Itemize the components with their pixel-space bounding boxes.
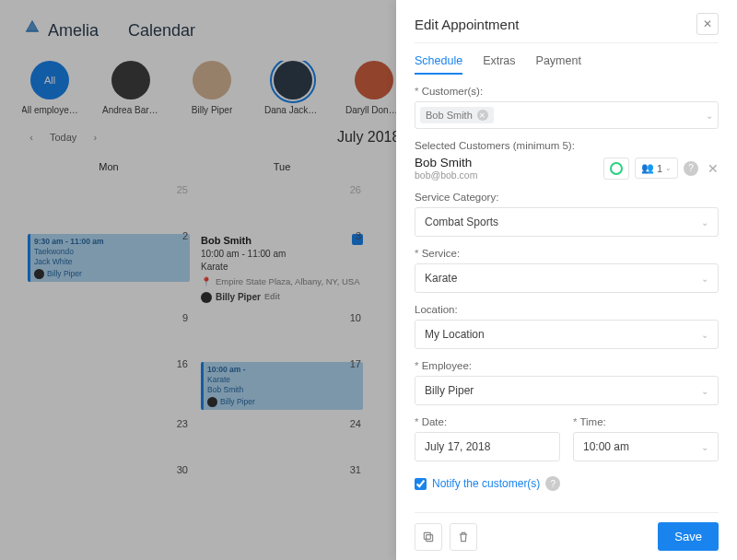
- calendar-cell[interactable]: 25: [22, 180, 195, 226]
- amelia-logo-icon: [22, 18, 42, 42]
- svg-marker-1: [28, 22, 38, 30]
- panel-tabs: ScheduleExtrasPayment: [415, 54, 719, 75]
- notify-checkbox[interactable]: [415, 478, 427, 490]
- chevron-down-icon: ⌄: [701, 386, 708, 396]
- customer-name: Bob Smith: [415, 156, 477, 169]
- employee-select[interactable]: Billy Piper⌄: [415, 376, 719, 405]
- svg-rect-3: [424, 532, 430, 539]
- panel-footer: Save: [415, 512, 719, 560]
- calendar-cell[interactable]: 10: [195, 308, 368, 354]
- delete-button[interactable]: [450, 523, 477, 551]
- day-number: 24: [350, 418, 361, 429]
- day-number: 31: [350, 464, 361, 475]
- calendar-cell[interactable]: 30: [22, 460, 195, 506]
- status-indicator[interactable]: [603, 158, 629, 180]
- customer-chip: Bob Smith ✕: [420, 107, 494, 123]
- employee-avatar[interactable]: Billy Piper: [184, 61, 240, 115]
- brand-name: Amelia: [48, 21, 99, 41]
- tab-extras[interactable]: Extras: [483, 54, 515, 75]
- chevron-down-icon: ⌄: [701, 442, 708, 452]
- close-panel-button[interactable]: ✕: [696, 13, 719, 35]
- avatar-circle: [274, 61, 312, 99]
- avatar-circle: [111, 61, 150, 99]
- calendar-cell[interactable]: 1710:00 am -KarateBob SmithBilly Piper: [195, 354, 368, 414]
- calendar-cell[interactable]: 9: [22, 308, 195, 354]
- calendar-cell[interactable]: 29:30 am - 11:00 amTaekwondoJack WhiteBi…: [22, 226, 195, 308]
- day-number: 10: [350, 312, 361, 323]
- calendar-cell[interactable]: 23: [22, 414, 195, 460]
- weekday-label: Mon: [22, 154, 195, 180]
- brand-logo: Amelia: [22, 18, 99, 42]
- customer-email: bob@bob.com: [415, 169, 477, 181]
- chevron-down-icon: ⌄: [701, 217, 708, 228]
- avatar-label: Daryll Donov...: [345, 105, 403, 115]
- svg-rect-2: [427, 534, 433, 541]
- calendar-cell[interactable]: 26: [195, 180, 368, 226]
- tab-schedule[interactable]: Schedule: [415, 54, 462, 75]
- time-select[interactable]: 10:00 am⌄: [573, 432, 719, 461]
- avatar-label: Dana Jackson: [264, 105, 322, 115]
- day-number: 17: [350, 358, 361, 369]
- chevron-down-icon: ⌄: [701, 274, 708, 284]
- help-icon[interactable]: ?: [684, 161, 698, 176]
- calendar-cell[interactable]: 31: [195, 460, 368, 506]
- guest-count-control[interactable]: 👥 1 ⌄: [635, 158, 678, 179]
- date-label: Date:: [415, 416, 560, 427]
- calendar-event[interactable]: 10:00 am -KarateBob SmithBilly Piper: [201, 362, 363, 410]
- day-number: 9: [182, 312, 188, 323]
- employee-label: Employee:: [415, 360, 719, 371]
- avatar-circle: All: [30, 61, 69, 99]
- day-number: 23: [177, 418, 188, 429]
- avatar-label: All employees: [22, 105, 78, 115]
- avatar-label: Andrea Barber: [102, 105, 159, 115]
- calendar-cell[interactable]: 3Bob Smith10:00 am - 11:00 amKarate📍Empi…: [195, 226, 368, 308]
- save-button[interactable]: Save: [658, 522, 719, 551]
- duplicate-button[interactable]: [415, 523, 442, 551]
- date-input[interactable]: July 17, 2018: [415, 432, 560, 461]
- location-select[interactable]: My Location⌄: [415, 320, 719, 349]
- avatar-label: Billy Piper: [192, 105, 232, 115]
- day-number: 16: [177, 358, 188, 369]
- employee-avatar[interactable]: Daryll Donov...: [346, 61, 402, 115]
- edit-appointment-panel: Edit Appointment ✕ ScheduleExtrasPayment…: [396, 0, 737, 560]
- help-icon[interactable]: ?: [545, 476, 560, 491]
- calendar-event[interactable]: 9:30 am - 11:00 amTaekwondoJack WhiteBil…: [28, 234, 190, 282]
- customers-input[interactable]: Bob Smith ✕ ⌄: [415, 101, 719, 129]
- location-label: Location:: [415, 304, 719, 315]
- notify-checkbox-row[interactable]: Notify the customer(s) ?: [415, 476, 719, 491]
- today-button[interactable]: Today: [50, 132, 76, 143]
- day-number: 2: [182, 230, 188, 241]
- employee-avatar[interactable]: AllAll employees: [22, 61, 77, 115]
- selected-customers-label: Selected Customers (minimum 5):: [415, 140, 719, 151]
- category-label: Service Category:: [415, 192, 719, 203]
- weekday-label: Tue: [195, 154, 368, 180]
- day-number: 3: [356, 230, 361, 241]
- panel-body: Customer(s): Bob Smith ✕ ⌄ Selected Cust…: [415, 86, 719, 512]
- service-label: Service:: [415, 248, 719, 259]
- status-circle-icon: [610, 162, 623, 175]
- day-number: 25: [177, 184, 188, 195]
- category-select[interactable]: Combat Sports⌄: [415, 207, 719, 237]
- day-number: 26: [350, 184, 361, 195]
- panel-title: Edit Appointment: [415, 17, 519, 32]
- day-number: 30: [177, 464, 188, 475]
- employee-avatar[interactable]: Andrea Barber: [103, 61, 158, 115]
- next-month-button[interactable]: ›: [86, 128, 104, 146]
- remove-chip-button[interactable]: ✕: [477, 110, 488, 121]
- selected-customer-row: Bob Smith bob@bob.com 👥 1 ⌄ ? ✕: [415, 156, 719, 181]
- appointment-detail[interactable]: Bob Smith10:00 am - 11:00 amKarate📍Empir…: [201, 234, 363, 304]
- avatar-circle: [355, 61, 393, 99]
- employee-avatar[interactable]: Dana Jackson: [265, 61, 321, 115]
- time-label: Time:: [573, 416, 719, 427]
- remove-customer-button[interactable]: ✕: [708, 161, 719, 176]
- customers-label: Customer(s):: [415, 86, 719, 97]
- people-icon: 👥: [641, 162, 654, 174]
- calendar-cell[interactable]: 16: [22, 354, 195, 414]
- chevron-down-icon: ⌄: [706, 111, 713, 121]
- page-title: Calendar: [128, 21, 195, 41]
- prev-month-button[interactable]: ‹: [22, 128, 41, 146]
- service-select[interactable]: Karate⌄: [415, 263, 719, 293]
- calendar-cell[interactable]: 24: [195, 414, 368, 460]
- tab-payment[interactable]: Payment: [536, 54, 581, 75]
- chevron-down-icon: ⌄: [701, 330, 708, 340]
